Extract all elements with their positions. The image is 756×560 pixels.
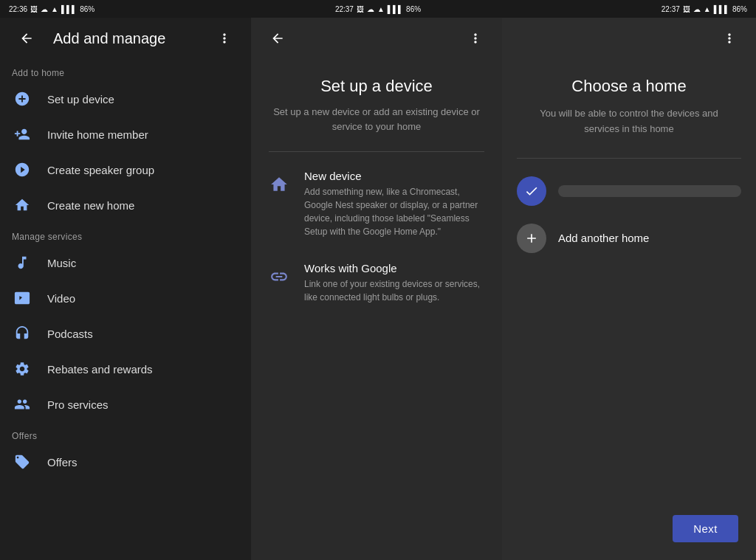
- right-more-button[interactable]: [715, 24, 744, 53]
- middle-divider: [269, 151, 484, 152]
- add-circle-icon: [12, 89, 32, 109]
- menu-item-set-up-device[interactable]: Set up device: [0, 81, 251, 117]
- battery-right: 86%: [732, 5, 747, 13]
- middle-hero-desc: Set up a new device or add an existing d…: [269, 105, 484, 134]
- new-device-icon: [266, 171, 292, 198]
- new-home-label: Create new home: [47, 199, 134, 212]
- add-home-circle: [517, 224, 546, 253]
- signal-icon-center: ▌▌▌: [388, 5, 403, 13]
- podcasts-icon: [12, 323, 32, 344]
- offers-icon: [12, 452, 32, 472]
- cloud-icon-center: ☁: [367, 5, 374, 13]
- left-panel-title: Add and manage: [53, 30, 198, 47]
- pro-services-icon: [12, 394, 32, 415]
- pro-services-label: Pro services: [47, 398, 109, 411]
- set-up-device-label: Set up device: [47, 93, 114, 106]
- works-with-google-option[interactable]: Works with Google Link one of your exist…: [251, 250, 502, 316]
- video-icon: [12, 288, 32, 308]
- status-right: 22:37 🖼 ☁ ▲ ▌▌▌ 86%: [505, 5, 756, 13]
- new-device-title: New device: [304, 170, 487, 182]
- new-device-desc: Add something new, like a Chromecast, Go…: [304, 185, 487, 238]
- middle-hero: Set up a device Set up a new device or a…: [251, 59, 502, 145]
- podcasts-label: Podcasts: [47, 328, 93, 340]
- time-left: 22:36: [9, 5, 27, 13]
- new-device-text: New device Add something new, like a Chr…: [304, 170, 487, 238]
- menu-item-rebates[interactable]: Rebates and rewards: [0, 351, 251, 387]
- middle-more-button[interactable]: [461, 24, 490, 53]
- next-button[interactable]: Next: [673, 515, 738, 542]
- right-header: [502, 18, 756, 59]
- menu-item-music[interactable]: Music: [0, 245, 251, 280]
- works-with-google-desc: Link one of your existing devices or ser…: [304, 277, 487, 304]
- menu-item-offers[interactable]: Offers: [0, 444, 251, 480]
- menu-item-video[interactable]: Video: [0, 280, 251, 316]
- menu-item-invite-member[interactable]: Invite home member: [0, 117, 251, 152]
- home-add-icon: [12, 195, 32, 215]
- rebates-label: Rebates and rewards: [47, 363, 153, 376]
- home-name-1: [558, 185, 741, 197]
- right-divider: [517, 158, 741, 159]
- section-manage-services: Manage services: [0, 223, 251, 245]
- battery-center: 86%: [406, 5, 421, 13]
- signal-icon-left: ▌▌▌: [61, 5, 77, 13]
- left-header: Add and manage: [0, 18, 251, 59]
- back-button[interactable]: [12, 24, 41, 53]
- new-device-option[interactable]: New device Add something new, like a Chr…: [251, 158, 502, 250]
- battery-left: 86%: [80, 5, 94, 13]
- menu-item-speaker-group[interactable]: Create speaker group: [0, 152, 251, 187]
- cloud-icon-right: ☁: [693, 5, 701, 13]
- music-icon: [12, 252, 32, 273]
- wifi-icon-left: ▲: [51, 5, 58, 13]
- home-option-1[interactable]: [502, 167, 756, 215]
- right-panel: Choose a home You will be able to contro…: [502, 18, 756, 560]
- left-more-button[interactable]: [210, 24, 239, 53]
- right-title: Choose a home: [517, 77, 741, 96]
- home-check-circle: [517, 176, 546, 206]
- middle-hero-title: Set up a device: [269, 77, 484, 96]
- signal-icon-right: ▌▌▌: [714, 5, 729, 13]
- status-left: 22:36 🖼 ☁ ▲ ▌▌▌ 86%: [0, 5, 251, 13]
- person-add-icon: [12, 124, 32, 145]
- works-with-google-text: Works with Google Link one of your exist…: [304, 262, 487, 304]
- speaker-group-icon: [12, 159, 32, 180]
- wifi-icon-right: ▲: [704, 5, 711, 13]
- add-another-home-option[interactable]: Add another home: [502, 215, 756, 262]
- wifi-icon-center: ▲: [377, 5, 385, 13]
- time-right: 22:37: [662, 5, 680, 13]
- middle-header: [251, 18, 502, 59]
- menu-item-new-home[interactable]: Create new home: [0, 187, 251, 223]
- cloud-icon-left: ☁: [41, 5, 48, 13]
- rebates-icon: [12, 359, 32, 379]
- status-bar: 22:36 🖼 ☁ ▲ ▌▌▌ 86% 22:37 🖼 ☁ ▲ ▌▌▌ 86% …: [0, 0, 756, 18]
- offers-label: Offers: [47, 456, 78, 469]
- music-label: Music: [47, 257, 76, 269]
- menu-item-podcasts[interactable]: Podcasts: [0, 316, 251, 351]
- speaker-group-label: Create speaker group: [47, 164, 154, 176]
- menu-item-pro-services[interactable]: Pro services: [0, 387, 251, 422]
- section-offers: Offers: [0, 422, 251, 444]
- works-with-google-title: Works with Google: [304, 262, 487, 274]
- status-center: 22:37 🖼 ☁ ▲ ▌▌▌ 86%: [252, 5, 504, 13]
- video-label: Video: [47, 292, 75, 305]
- invite-member-label: Invite home member: [47, 128, 148, 141]
- left-panel: Add and manage Add to home Set up device: [0, 18, 251, 560]
- photo-icon-right: 🖼: [683, 5, 690, 13]
- works-with-google-icon: [266, 263, 292, 290]
- add-another-home-label: Add another home: [558, 232, 649, 244]
- middle-panel: Set up a device Set up a new device or a…: [251, 18, 502, 560]
- time-center: 22:37: [335, 5, 354, 13]
- main-content: Add and manage Add to home Set up device: [0, 18, 756, 560]
- middle-back-button[interactable]: [263, 24, 292, 53]
- photo-icon-left: 🖼: [30, 5, 38, 13]
- right-content: Choose a home You will be able to contro…: [502, 59, 756, 149]
- photo-icon-center: 🖼: [357, 5, 364, 13]
- section-add-to-home: Add to home: [0, 59, 251, 81]
- right-desc: You will be able to control the devices …: [517, 106, 741, 137]
